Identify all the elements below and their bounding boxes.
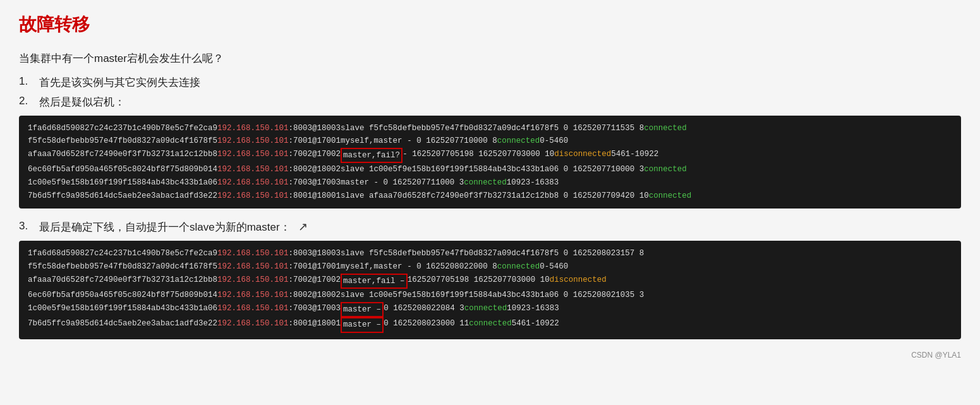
port: :8003@18003 (289, 247, 341, 260)
footer-text: CSDN @YLA1 (19, 351, 961, 360)
step-1: 1. 首先是该实例与其它实例失去连接 (19, 75, 961, 90)
status-disconnected: disconnected (550, 274, 607, 289)
extra-text: 0-5460 (540, 260, 568, 274)
hash: 1fa6d68d590827c24c237b1c490b78e5c7fe2ca9 (28, 122, 217, 135)
ip-address: 192.168.150.101 (217, 122, 289, 135)
rest-text: slave afaaa70d6528fc72490e0f3f7b32731a12… (341, 190, 649, 203)
status-connected: connected (469, 317, 512, 333)
port: :7003@17003 (289, 176, 341, 190)
status-connected: connected (464, 302, 507, 318)
rest-after: - 1625207705198 1625207703000 10 (402, 148, 554, 164)
terminal-line: 1c00e5f9e158b169f199f15884ab43bc433b1a06… (28, 302, 952, 318)
ip-address: 192.168.150.101 (217, 302, 289, 318)
terminal-line: 1fa6d68d590827c24c237b1c490b78e5c7fe2ca9… (28, 122, 952, 135)
rest-after: 1625207705198 1625207703000 10 (408, 274, 550, 289)
port: :8002@18002 (289, 289, 341, 302)
port: :7002@17002 (289, 274, 341, 289)
rest-text: myself,master - 0 1625207710000 8 (341, 135, 497, 148)
port: :8001@18001 (289, 190, 341, 203)
status-connected: connected (644, 122, 687, 135)
status-connected: connected (497, 260, 540, 274)
hash: 7b6d5ffc9a985d614dc5aeb2ee3abac1adfd3e22 (28, 317, 217, 333)
terminal-line: f5fc58defbebb957e47fb0d8327a09dc4f1678f5… (28, 135, 952, 148)
highlight-text: master,fail – (341, 274, 408, 289)
port: :8002@18002 (289, 163, 341, 176)
cursor-icon: ↗ (298, 220, 308, 234)
hash: afaaa70d6528fc72490e0f3f7b32731a12c12bb8 (28, 148, 217, 164)
status-connected: connected (644, 163, 687, 176)
step-1-text: 首先是该实例与其它实例失去连接 (39, 75, 200, 90)
terminal-line: 7b6d5ffc9a985d614dc5aeb2ee3abac1adfd3e22… (28, 317, 952, 333)
hash: f5fc58defbebb957e47fb0d8327a09dc4f1678f5 (28, 260, 217, 274)
step-3: 3. 最后是确定下线，自动提升一个slave为新的master： ↗ (19, 220, 961, 234)
ip-address: 192.168.150.101 (217, 135, 289, 148)
extra-text: 10923-16383 (507, 302, 559, 318)
terminal-line: afaaa70d6528fc72490e0f3f7b32731a12c12bb8… (28, 274, 952, 289)
status-connected: connected (464, 176, 507, 190)
rest-text: master - 0 1625207711000 3 (341, 176, 464, 190)
step-2: 2. 然后是疑似宕机： (19, 95, 961, 109)
terminal-line: 7b6d5ffc9a985d614dc5aeb2ee3abac1adfd3e22… (28, 190, 952, 203)
highlight-text: master – (341, 302, 384, 318)
hash: 1c00e5f9e158b169f199f15884ab43bc433b1a06 (28, 302, 217, 318)
port: :7003@17003 (289, 302, 341, 318)
step-3-number: 3. (19, 220, 34, 233)
page-title: 故障转移 (19, 13, 961, 37)
step-3-text: 最后是确定下线，自动提升一个slave为新的master： (39, 220, 291, 234)
terminal-line: 6ec60fb5afd950a465f05c8024bf8f75d809b014… (28, 163, 952, 176)
ip-address: 192.168.150.101 (217, 176, 289, 190)
intro-text: 当集群中有一个master宕机会发生什么呢？ (19, 49, 961, 69)
hash: afaaa70d6528fc72490e0f3f7b32731a12c12bb8 (28, 274, 217, 289)
port: :8003@18003 (289, 122, 341, 135)
rest-text: slave 1c00e5f9e158b169f199f15884ab43bc43… (341, 289, 644, 302)
ip-address: 192.168.150.101 (217, 274, 289, 289)
port: :7001@17001 (289, 260, 341, 274)
rest-text: slave 1c00e5f9e158b169f199f15884ab43bc43… (341, 163, 644, 176)
status-connected: connected (497, 135, 540, 148)
rest-after: 0 1625208022084 3 (384, 302, 464, 318)
ip-address: 192.168.150.101 (217, 148, 289, 164)
hash: 1fa6d68d590827c24c237b1c490b78e5c7fe2ca9 (28, 247, 217, 260)
ip-address: 192.168.150.101 (217, 190, 289, 203)
ip-address: 192.168.150.101 (217, 260, 289, 274)
terminal-line: 1c00e5f9e158b169f199f15884ab43bc433b1a06… (28, 176, 952, 190)
ip-address: 192.168.150.101 (217, 247, 289, 260)
extra-text: 5461-10922 (512, 317, 559, 333)
hash: 7b6d5ffc9a985d614dc5aeb2ee3abac1adfd3e22 (28, 190, 217, 203)
hash: 6ec60fb5afd950a465f05c8024bf8f75d809b014 (28, 163, 217, 176)
highlight-text: master,fail? (341, 148, 402, 164)
port: :7001@17001 (289, 135, 341, 148)
rest-text: myself,master - 0 1625208022000 8 (341, 260, 497, 274)
terminal-line: f5fc58defbebb957e47fb0d8327a09dc4f1678f5… (28, 260, 952, 274)
step-2-number: 2. (19, 95, 34, 107)
terminal-line: 6ec60fb5afd950a465f05c8024bf8f75d809b014… (28, 289, 952, 302)
step-2-text: 然后是疑似宕机： (39, 95, 125, 109)
rest-text: slave f5fc58defbebb957e47fb0d8327a09dc4f… (341, 122, 644, 135)
step-1-number: 1. (19, 75, 34, 88)
port: :7002@17002 (289, 148, 341, 164)
rest-text: slave f5fc58defbebb957e47fb0d8327a09dc4f… (341, 247, 644, 260)
terminal-block-2: 1fa6d68d590827c24c237b1c490b78e5c7fe2ca9… (19, 241, 961, 339)
ip-address: 192.168.150.101 (217, 317, 289, 333)
port: :8001@18001 (289, 317, 341, 333)
extra-text: 0-5460 (540, 135, 568, 148)
terminal-line: afaaa70d6528fc72490e0f3f7b32731a12c12bb8… (28, 148, 952, 164)
status-connected: connected (649, 190, 692, 203)
highlight-text: master – (341, 317, 384, 333)
rest-after: 0 1625208023000 11 (384, 317, 469, 333)
ip-address: 192.168.150.101 (217, 163, 289, 176)
extra-text: 5461-10922 (611, 148, 658, 164)
hash: f5fc58defbebb957e47fb0d8327a09dc4f1678f5 (28, 135, 217, 148)
status-disconnected: disconnected (554, 148, 611, 164)
extra-text: 10923-16383 (507, 176, 559, 190)
terminal-line: 1fa6d68d590827c24c237b1c490b78e5c7fe2ca9… (28, 247, 952, 260)
hash: 6ec60fb5afd950a465f05c8024bf8f75d809b014 (28, 289, 217, 302)
ip-address: 192.168.150.101 (217, 289, 289, 302)
terminal-block-1: 1fa6d68d590827c24c237b1c490b78e5c7fe2ca9… (19, 116, 961, 209)
hash: 1c00e5f9e158b169f199f15884ab43bc433b1a06 (28, 176, 217, 190)
